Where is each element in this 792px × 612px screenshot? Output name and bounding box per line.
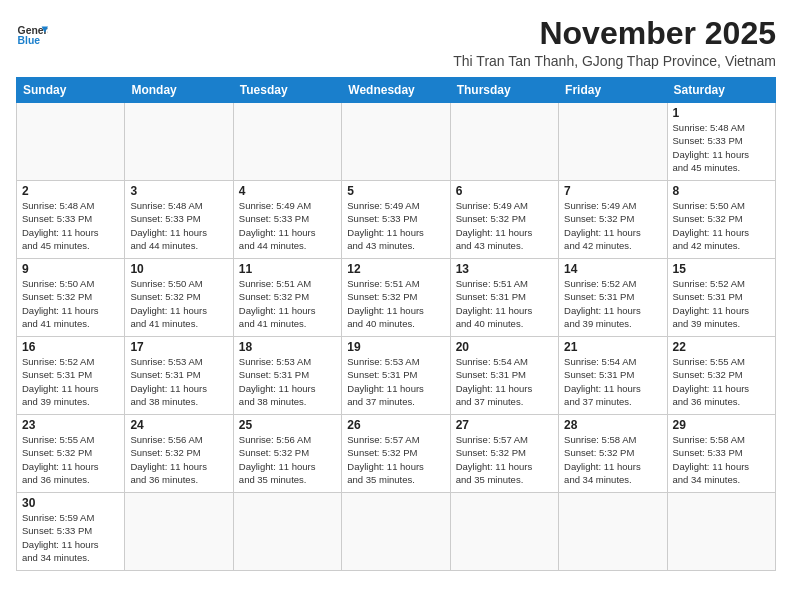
- calendar-cell: 15Sunrise: 5:52 AMSunset: 5:31 PMDayligh…: [667, 259, 775, 337]
- calendar-cell: 24Sunrise: 5:56 AMSunset: 5:32 PMDayligh…: [125, 415, 233, 493]
- calendar-cell: [559, 493, 667, 571]
- calendar-cell: 13Sunrise: 5:51 AMSunset: 5:31 PMDayligh…: [450, 259, 558, 337]
- calendar-week-row: 16Sunrise: 5:52 AMSunset: 5:31 PMDayligh…: [17, 337, 776, 415]
- day-number: 21: [564, 340, 661, 354]
- calendar-cell: 21Sunrise: 5:54 AMSunset: 5:31 PMDayligh…: [559, 337, 667, 415]
- calendar-cell: 12Sunrise: 5:51 AMSunset: 5:32 PMDayligh…: [342, 259, 450, 337]
- day-number: 19: [347, 340, 444, 354]
- day-info: Sunrise: 5:55 AMSunset: 5:32 PMDaylight:…: [22, 433, 119, 486]
- day-info: Sunrise: 5:48 AMSunset: 5:33 PMDaylight:…: [22, 199, 119, 252]
- day-info: Sunrise: 5:57 AMSunset: 5:32 PMDaylight:…: [456, 433, 553, 486]
- weekday-header-friday: Friday: [559, 78, 667, 103]
- day-info: Sunrise: 5:48 AMSunset: 5:33 PMDaylight:…: [130, 199, 227, 252]
- calendar-cell: 16Sunrise: 5:52 AMSunset: 5:31 PMDayligh…: [17, 337, 125, 415]
- day-number: 24: [130, 418, 227, 432]
- svg-text:Blue: Blue: [18, 35, 41, 46]
- day-number: 26: [347, 418, 444, 432]
- calendar-cell: [667, 493, 775, 571]
- day-number: 13: [456, 262, 553, 276]
- day-info: Sunrise: 5:56 AMSunset: 5:32 PMDaylight:…: [130, 433, 227, 486]
- calendar-cell: [342, 493, 450, 571]
- calendar-cell: 25Sunrise: 5:56 AMSunset: 5:32 PMDayligh…: [233, 415, 341, 493]
- day-number: 2: [22, 184, 119, 198]
- calendar-cell: [17, 103, 125, 181]
- weekday-header-row: SundayMondayTuesdayWednesdayThursdayFrid…: [17, 78, 776, 103]
- day-info: Sunrise: 5:52 AMSunset: 5:31 PMDaylight:…: [673, 277, 770, 330]
- calendar-cell: [342, 103, 450, 181]
- calendar-cell: 6Sunrise: 5:49 AMSunset: 5:32 PMDaylight…: [450, 181, 558, 259]
- calendar-cell: 29Sunrise: 5:58 AMSunset: 5:33 PMDayligh…: [667, 415, 775, 493]
- calendar-cell: [450, 103, 558, 181]
- calendar-cell: 4Sunrise: 5:49 AMSunset: 5:33 PMDaylight…: [233, 181, 341, 259]
- day-info: Sunrise: 5:53 AMSunset: 5:31 PMDaylight:…: [347, 355, 444, 408]
- calendar-cell: 2Sunrise: 5:48 AMSunset: 5:33 PMDaylight…: [17, 181, 125, 259]
- calendar-cell: 9Sunrise: 5:50 AMSunset: 5:32 PMDaylight…: [17, 259, 125, 337]
- day-number: 4: [239, 184, 336, 198]
- day-number: 25: [239, 418, 336, 432]
- day-info: Sunrise: 5:50 AMSunset: 5:32 PMDaylight:…: [673, 199, 770, 252]
- calendar-cell: 14Sunrise: 5:52 AMSunset: 5:31 PMDayligh…: [559, 259, 667, 337]
- day-number: 20: [456, 340, 553, 354]
- day-info: Sunrise: 5:56 AMSunset: 5:32 PMDaylight:…: [239, 433, 336, 486]
- day-number: 15: [673, 262, 770, 276]
- calendar-cell: 8Sunrise: 5:50 AMSunset: 5:32 PMDaylight…: [667, 181, 775, 259]
- calendar-cell: 3Sunrise: 5:48 AMSunset: 5:33 PMDaylight…: [125, 181, 233, 259]
- day-number: 30: [22, 496, 119, 510]
- calendar-week-row: 2Sunrise: 5:48 AMSunset: 5:33 PMDaylight…: [17, 181, 776, 259]
- day-info: Sunrise: 5:59 AMSunset: 5:33 PMDaylight:…: [22, 511, 119, 564]
- day-info: Sunrise: 5:49 AMSunset: 5:33 PMDaylight:…: [347, 199, 444, 252]
- weekday-header-thursday: Thursday: [450, 78, 558, 103]
- day-info: Sunrise: 5:58 AMSunset: 5:33 PMDaylight:…: [673, 433, 770, 486]
- calendar-cell: 5Sunrise: 5:49 AMSunset: 5:33 PMDaylight…: [342, 181, 450, 259]
- day-info: Sunrise: 5:48 AMSunset: 5:33 PMDaylight:…: [673, 121, 770, 174]
- calendar-cell: 1Sunrise: 5:48 AMSunset: 5:33 PMDaylight…: [667, 103, 775, 181]
- weekday-header-monday: Monday: [125, 78, 233, 103]
- calendar-week-row: 30Sunrise: 5:59 AMSunset: 5:33 PMDayligh…: [17, 493, 776, 571]
- day-info: Sunrise: 5:49 AMSunset: 5:32 PMDaylight:…: [456, 199, 553, 252]
- day-number: 5: [347, 184, 444, 198]
- calendar-week-row: 23Sunrise: 5:55 AMSunset: 5:32 PMDayligh…: [17, 415, 776, 493]
- day-number: 11: [239, 262, 336, 276]
- day-info: Sunrise: 5:51 AMSunset: 5:31 PMDaylight:…: [456, 277, 553, 330]
- weekday-header-sunday: Sunday: [17, 78, 125, 103]
- weekday-header-tuesday: Tuesday: [233, 78, 341, 103]
- logo: General Blue: [16, 20, 48, 52]
- calendar-cell: 22Sunrise: 5:55 AMSunset: 5:32 PMDayligh…: [667, 337, 775, 415]
- day-number: 29: [673, 418, 770, 432]
- calendar-cell: [125, 493, 233, 571]
- day-info: Sunrise: 5:54 AMSunset: 5:31 PMDaylight:…: [456, 355, 553, 408]
- day-number: 27: [456, 418, 553, 432]
- day-number: 16: [22, 340, 119, 354]
- calendar-cell: 17Sunrise: 5:53 AMSunset: 5:31 PMDayligh…: [125, 337, 233, 415]
- weekday-header-wednesday: Wednesday: [342, 78, 450, 103]
- calendar-week-row: 9Sunrise: 5:50 AMSunset: 5:32 PMDaylight…: [17, 259, 776, 337]
- day-info: Sunrise: 5:57 AMSunset: 5:32 PMDaylight:…: [347, 433, 444, 486]
- calendar-cell: 19Sunrise: 5:53 AMSunset: 5:31 PMDayligh…: [342, 337, 450, 415]
- day-number: 9: [22, 262, 119, 276]
- calendar-cell: 28Sunrise: 5:58 AMSunset: 5:32 PMDayligh…: [559, 415, 667, 493]
- day-info: Sunrise: 5:49 AMSunset: 5:32 PMDaylight:…: [564, 199, 661, 252]
- day-number: 17: [130, 340, 227, 354]
- calendar-week-row: 1Sunrise: 5:48 AMSunset: 5:33 PMDaylight…: [17, 103, 776, 181]
- calendar-cell: 11Sunrise: 5:51 AMSunset: 5:32 PMDayligh…: [233, 259, 341, 337]
- day-number: 7: [564, 184, 661, 198]
- day-number: 28: [564, 418, 661, 432]
- day-info: Sunrise: 5:50 AMSunset: 5:32 PMDaylight:…: [130, 277, 227, 330]
- day-info: Sunrise: 5:52 AMSunset: 5:31 PMDaylight:…: [22, 355, 119, 408]
- calendar-cell: [450, 493, 558, 571]
- day-number: 6: [456, 184, 553, 198]
- title-block: November 2025 Thi Tran Tan Thanh, GJong …: [453, 16, 776, 69]
- calendar-cell: [233, 103, 341, 181]
- day-info: Sunrise: 5:53 AMSunset: 5:31 PMDaylight:…: [239, 355, 336, 408]
- day-info: Sunrise: 5:55 AMSunset: 5:32 PMDaylight:…: [673, 355, 770, 408]
- day-number: 3: [130, 184, 227, 198]
- day-info: Sunrise: 5:49 AMSunset: 5:33 PMDaylight:…: [239, 199, 336, 252]
- calendar-cell: [559, 103, 667, 181]
- month-title: November 2025: [453, 16, 776, 51]
- day-info: Sunrise: 5:51 AMSunset: 5:32 PMDaylight:…: [347, 277, 444, 330]
- day-number: 14: [564, 262, 661, 276]
- page-header: General Blue November 2025 Thi Tran Tan …: [16, 16, 776, 69]
- calendar-cell: 20Sunrise: 5:54 AMSunset: 5:31 PMDayligh…: [450, 337, 558, 415]
- subtitle: Thi Tran Tan Thanh, GJong Thap Province,…: [453, 53, 776, 69]
- day-info: Sunrise: 5:52 AMSunset: 5:31 PMDaylight:…: [564, 277, 661, 330]
